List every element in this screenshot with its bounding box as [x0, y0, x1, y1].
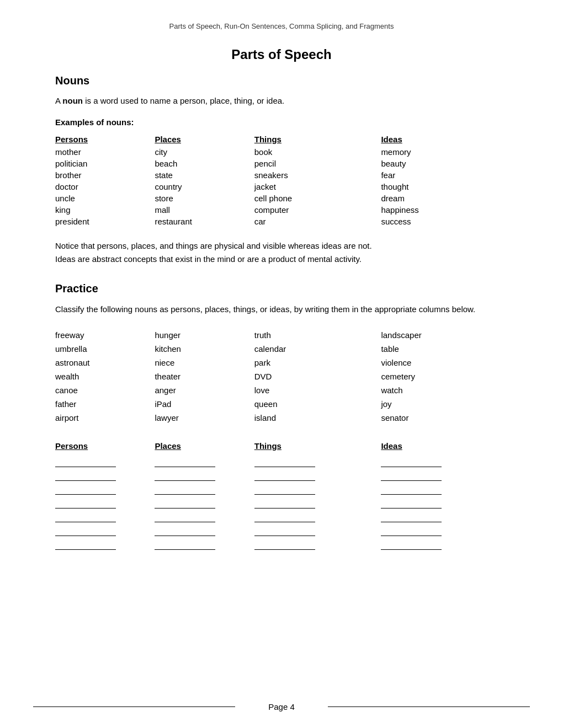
answer-blank-cell[interactable] [55, 484, 155, 497]
answer-row [55, 525, 508, 539]
answer-blank-cell[interactable] [155, 484, 254, 497]
page: Parts of Speech, Run-On Sentences, Comma… [0, 0, 563, 728]
examples-label: Examples of nouns: [55, 117, 508, 127]
table-cell: state [155, 169, 254, 181]
table-cell: pencil [254, 158, 381, 169]
blank-line [55, 508, 116, 508]
table-cell: happiness [381, 204, 508, 216]
answer-blank-cell[interactable] [155, 470, 254, 484]
answer-blank-cell[interactable] [254, 539, 381, 553]
noun-examples-table: Persons Places Things Ideas mothercitybo… [55, 135, 508, 227]
table-cell: president [55, 216, 155, 227]
word-cell: niece [155, 356, 254, 370]
table-cell: store [155, 192, 254, 204]
list-item: astronautnieceparkviolence [55, 356, 508, 370]
blank-line [155, 522, 215, 522]
answer-blank-cell[interactable] [381, 497, 508, 511]
blank-line [55, 522, 116, 522]
table-cell: memory [381, 146, 508, 158]
table-row: kingmallcomputerhappiness [55, 204, 508, 216]
table-cell: king [55, 204, 155, 216]
table-cell: sneakers [254, 169, 381, 181]
blank-line [155, 549, 215, 550]
answer-blank-cell[interactable] [155, 539, 254, 553]
answer-blank-cell[interactable] [254, 456, 381, 470]
answer-row [55, 470, 508, 484]
word-list-table: freewayhungertruthlandscaperumbrellakitc… [55, 328, 508, 425]
answer-blank-cell[interactable] [381, 470, 508, 484]
word-cell: airport [55, 411, 155, 425]
word-cell: lawyer [155, 411, 254, 425]
table-cell: thought [381, 181, 508, 192]
answer-blank-cell[interactable] [155, 456, 254, 470]
word-cell: umbrella [55, 342, 155, 356]
table-row: presidentrestaurantcarsuccess [55, 216, 508, 227]
word-cell: cemetery [381, 370, 508, 383]
answer-blank-cell[interactable] [254, 470, 381, 484]
col-header-persons: Persons [55, 135, 155, 146]
blank-line [55, 536, 116, 536]
word-cell: calendar [254, 342, 381, 356]
answer-blank-cell[interactable] [55, 497, 155, 511]
table-cell: restaurant [155, 216, 254, 227]
list-item: freewayhungertruthlandscaper [55, 328, 508, 342]
answer-blank-cell[interactable] [254, 511, 381, 525]
answer-blank-cell[interactable] [155, 497, 254, 511]
table-cell: success [381, 216, 508, 227]
answer-blank-cell[interactable] [155, 511, 254, 525]
answer-row [55, 484, 508, 497]
footer-page-label: Page 4 [268, 702, 295, 711]
table-row: unclestorecell phonedream [55, 192, 508, 204]
footer-line-right [328, 706, 530, 708]
blank-line [55, 494, 116, 495]
answer-blank-cell[interactable] [55, 539, 155, 553]
word-cell: iPad [155, 397, 254, 411]
word-cell: DVD [254, 370, 381, 383]
word-cell: table [381, 342, 508, 356]
blank-line [155, 508, 215, 508]
answer-blank-cell[interactable] [55, 470, 155, 484]
col-header-places: Places [155, 135, 254, 146]
word-cell: astronaut [55, 356, 155, 370]
table-cell: cell phone [254, 192, 381, 204]
blank-line [155, 467, 215, 467]
table-cell: politician [55, 158, 155, 169]
col-header-things: Things [254, 135, 381, 146]
blank-line [254, 480, 315, 481]
page-footer: Page 4 [0, 702, 563, 711]
answer-table: Persons Places Things Ideas [55, 441, 508, 553]
table-row: brotherstatesneakersfear [55, 169, 508, 181]
answer-blank-cell[interactable] [381, 456, 508, 470]
answer-blank-cell[interactable] [254, 497, 381, 511]
answer-blank-cell[interactable] [381, 539, 508, 553]
answer-blank-cell[interactable] [55, 525, 155, 539]
answer-blank-cell[interactable] [55, 456, 155, 470]
blank-line [55, 467, 116, 467]
word-cell: senator [381, 411, 508, 425]
blank-line [55, 549, 116, 550]
notice-text: Notice that persons, places, and things … [55, 239, 508, 266]
blank-line [254, 549, 315, 550]
word-cell: canoe [55, 383, 155, 397]
word-cell: park [254, 356, 381, 370]
blank-line [254, 508, 315, 508]
word-cell: kitchen [155, 342, 254, 356]
answer-blank-cell[interactable] [155, 525, 254, 539]
answer-blank-cell[interactable] [381, 525, 508, 539]
table-cell: brother [55, 169, 155, 181]
word-cell: wealth [55, 370, 155, 383]
word-cell: joy [381, 397, 508, 411]
answer-col-things: Things [254, 441, 381, 456]
answer-blank-cell[interactable] [55, 511, 155, 525]
answer-blank-cell[interactable] [254, 525, 381, 539]
blank-line [381, 467, 442, 467]
table-row: doctorcountryjacketthought [55, 181, 508, 192]
table-cell: doctor [55, 181, 155, 192]
list-item: fatheriPadqueenjoy [55, 397, 508, 411]
answer-blank-cell[interactable] [254, 484, 381, 497]
answer-blank-cell[interactable] [381, 511, 508, 525]
word-cell: father [55, 397, 155, 411]
col-header-ideas: Ideas [381, 135, 508, 146]
answer-blank-cell[interactable] [381, 484, 508, 497]
table-cell: country [155, 181, 254, 192]
